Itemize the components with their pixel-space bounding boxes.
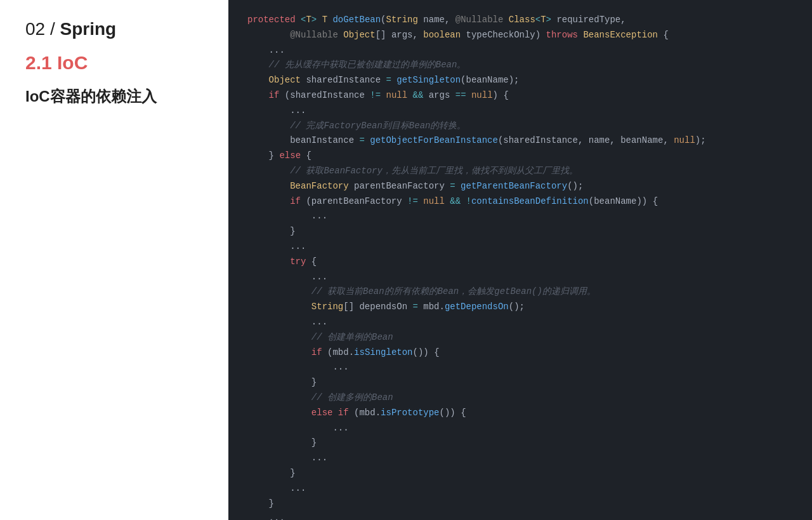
left-panel: 02 / Spring 2.1 IoC IoC容器的依赖注入	[0, 0, 228, 520]
chapter-separator: /	[50, 19, 60, 39]
chapter-title: 02 / Spring	[25, 19, 203, 39]
chapter-name: Spring	[60, 19, 117, 39]
code-content: protected <T> T doGetBean(String name, @…	[247, 13, 793, 520]
chapter-number: 02	[25, 19, 45, 39]
section-subtitle: IoC容器的依赖注入	[25, 86, 203, 107]
code-panel: protected <T> T doGetBean(String name, @…	[228, 0, 812, 520]
section-title: 2.1 IoC	[25, 52, 203, 74]
